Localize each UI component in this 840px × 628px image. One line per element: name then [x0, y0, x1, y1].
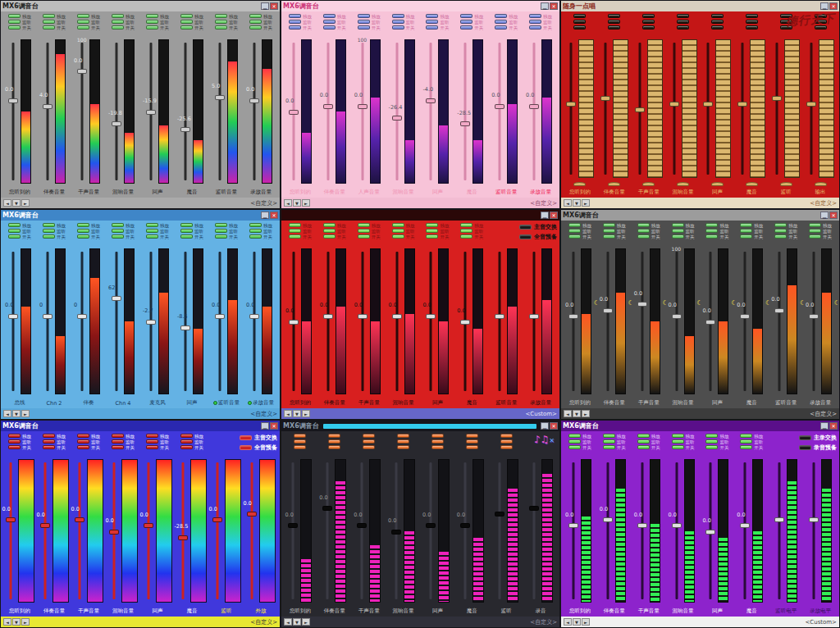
solo-button[interactable] [603, 434, 615, 438]
fader[interactable]: 0.0 [391, 457, 401, 605]
fader-handle[interactable] [740, 314, 750, 319]
fader-track[interactable] [532, 462, 535, 599]
power-button[interactable] [363, 445, 375, 449]
solo-button[interactable] [8, 14, 21, 18]
monitor-button[interactable] [460, 20, 472, 24]
fader-handle[interactable] [672, 314, 682, 319]
power-button[interactable] [603, 445, 615, 449]
monitor-button[interactable] [460, 229, 472, 233]
monitor-button[interactable] [180, 439, 193, 444]
fader-track[interactable] [326, 462, 329, 599]
solo-button[interactable] [215, 14, 227, 18]
solo-button[interactable] [180, 223, 193, 227]
monitor-button[interactable] [8, 20, 21, 24]
power-button[interactable] [642, 25, 655, 30]
status-next-button[interactable]: ► [582, 410, 590, 417]
fader-handle[interactable] [77, 314, 87, 319]
fader-track[interactable] [778, 252, 781, 390]
power-button[interactable] [8, 445, 21, 449]
power-button[interactable] [426, 25, 438, 30]
power-button[interactable] [43, 445, 55, 449]
solo-button[interactable] [43, 434, 55, 438]
solo-button[interactable] [495, 14, 507, 18]
fader-handle[interactable] [566, 102, 576, 107]
fader[interactable]: 0.0 [215, 246, 225, 397]
fader-handle[interactable] [637, 523, 647, 528]
fader-handle[interactable] [112, 296, 121, 301]
fader-handle[interactable] [392, 314, 402, 319]
solo-button[interactable] [180, 14, 193, 18]
solo-button[interactable] [529, 14, 541, 18]
power-button[interactable] [568, 234, 581, 239]
fader-handle[interactable] [249, 314, 259, 319]
fader[interactable]: 0.0 [705, 457, 715, 605]
fader-track[interactable] [361, 43, 363, 180]
monitor-button[interactable] [711, 20, 724, 24]
solo-button[interactable] [392, 14, 404, 18]
fader[interactable]: 0.0 [289, 246, 299, 397]
monitor-button[interactable] [677, 20, 689, 24]
fader-track[interactable] [430, 252, 432, 390]
fader-track[interactable] [326, 43, 329, 180]
fader-track[interactable] [810, 43, 813, 175]
master-toggle-button[interactable] [519, 225, 532, 230]
status-menu-button[interactable]: ▼ [573, 618, 581, 626]
close-button[interactable]: ✕ [829, 422, 838, 430]
power-button[interactable] [392, 234, 404, 239]
fader[interactable] [529, 246, 539, 397]
solo-button[interactable] [249, 14, 262, 18]
monitor-button[interactable] [672, 439, 684, 444]
monitor-button[interactable] [705, 439, 718, 444]
fader-track[interactable] [43, 462, 46, 599]
status-prev-button[interactable]: ◄ [564, 618, 572, 626]
fader[interactable]: 0.0 [740, 457, 750, 605]
power-button[interactable] [460, 234, 472, 239]
fader-handle[interactable] [774, 308, 784, 313]
fader[interactable]: 0.0 [705, 246, 715, 397]
fader-handle[interactable] [357, 523, 367, 528]
fader[interactable]: 0.0 [426, 246, 436, 397]
close-button[interactable]: ✕ [550, 2, 558, 10]
solo-button[interactable] [568, 434, 581, 438]
monitor-button[interactable] [568, 439, 581, 444]
fader[interactable]: -28.5 [178, 457, 188, 605]
fader-handle[interactable] [43, 314, 52, 319]
fader-handle[interactable] [249, 98, 259, 103]
fader[interactable] [806, 37, 816, 180]
fader[interactable]: 0.0 [357, 457, 367, 605]
fader-handle[interactable] [40, 523, 50, 528]
fader-handle[interactable] [740, 523, 750, 528]
power-button[interactable] [328, 445, 340, 449]
monitor-button[interactable] [294, 439, 306, 444]
solo-button[interactable] [8, 434, 21, 438]
monitor-button[interactable] [397, 439, 409, 444]
solo-button[interactable] [637, 434, 650, 438]
fader[interactable]: 0.0 [75, 457, 84, 605]
fader-track[interactable] [641, 252, 643, 390]
fader-handle[interactable] [529, 314, 539, 319]
monitor-button[interactable] [392, 229, 404, 233]
master-toggle-button[interactable] [799, 435, 811, 440]
fader-handle[interactable] [215, 314, 225, 319]
fader[interactable]: 0.0 [358, 246, 368, 397]
fader-handle[interactable] [212, 517, 222, 522]
fader[interactable]: 0.0 [740, 246, 750, 397]
fader[interactable] [495, 457, 504, 605]
solo-button[interactable] [363, 434, 375, 438]
fader-track[interactable] [641, 462, 643, 599]
fader[interactable] [774, 457, 784, 605]
fader[interactable]: 0.0 [460, 246, 470, 397]
solo-button[interactable] [358, 223, 370, 227]
monitor-button[interactable] [180, 20, 193, 24]
fader-handle[interactable] [323, 104, 333, 109]
monitor-button[interactable] [8, 229, 21, 233]
power-button[interactable] [672, 445, 684, 449]
minimize-button[interactable]: ▁ [541, 2, 549, 10]
fader[interactable]: -25.6 [180, 37, 190, 186]
fader-track[interactable] [216, 462, 218, 599]
power-button[interactable] [774, 234, 787, 239]
fader[interactable] [772, 37, 782, 180]
monitor-button[interactable] [146, 20, 158, 24]
solo-button[interactable] [77, 14, 89, 18]
master-toggle-button[interactable] [799, 445, 811, 450]
